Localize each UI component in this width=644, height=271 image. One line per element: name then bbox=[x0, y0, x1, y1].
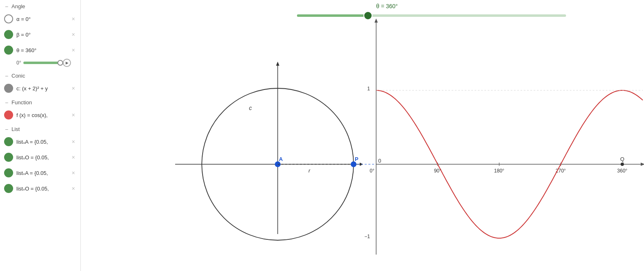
item-listvO: listᵥO = {0.05, × bbox=[0, 181, 80, 196]
close-listA-icon[interactable]: × bbox=[71, 138, 76, 145]
theta-slider-row: 0° ▶ bbox=[0, 58, 80, 69]
theta-slider-track[interactable] bbox=[23, 62, 60, 64]
section-angle-label: Angle bbox=[11, 3, 25, 9]
main-canvas[interactable]: θ = 360° c A r P bbox=[81, 0, 644, 271]
item-alpha: α = 0° × bbox=[0, 11, 80, 27]
theta-value-label: θ = 360° bbox=[376, 3, 398, 9]
item-listO: listᵤO = {0.05, × bbox=[0, 149, 80, 165]
item-beta: β = 0° × bbox=[0, 27, 80, 42]
dot-listO[interactable] bbox=[4, 153, 13, 162]
theta-play-button[interactable]: ▶ bbox=[63, 59, 71, 67]
section-list: − List bbox=[0, 123, 80, 134]
x-label-360: 360° bbox=[617, 168, 628, 174]
collapse-function-icon[interactable]: − bbox=[4, 100, 9, 105]
close-conic-c-icon[interactable]: × bbox=[71, 85, 76, 92]
graph-x-arrow bbox=[641, 163, 644, 166]
label-listA[interactable]: listᵤA = {0.05, bbox=[16, 139, 71, 145]
circle-v-arrow bbox=[276, 62, 279, 66]
dot-listvA[interactable] bbox=[4, 168, 13, 177]
label-conic-c[interactable]: c: (x + 2)² + y bbox=[16, 85, 71, 92]
label-theta[interactable]: θ = 360° bbox=[16, 47, 71, 53]
radius-label: r bbox=[308, 168, 311, 174]
close-listO-icon[interactable]: × bbox=[71, 154, 76, 161]
dot-listA[interactable] bbox=[4, 137, 13, 146]
graph-O-label: 0 bbox=[378, 158, 381, 164]
x-label-0: 0° bbox=[370, 168, 375, 174]
section-angle: − Angle bbox=[0, 0, 80, 11]
point-Q-label: Q bbox=[620, 156, 624, 162]
collapse-list-icon[interactable]: − bbox=[4, 127, 9, 132]
dot-func-f[interactable] bbox=[4, 110, 13, 119]
theta-slider-thumb[interactable] bbox=[57, 60, 63, 66]
dot-theta[interactable] bbox=[4, 46, 13, 55]
slider-min-label: 0° bbox=[16, 60, 21, 66]
collapse-conic-icon[interactable]: − bbox=[4, 73, 9, 78]
section-function: − Function bbox=[0, 96, 80, 107]
point-P-label: P bbox=[355, 156, 359, 162]
close-listvA-icon[interactable]: × bbox=[71, 170, 76, 176]
label-func-f[interactable]: f (x) = cos(x), bbox=[16, 112, 71, 118]
label-listvA[interactable]: listᵥA = {0.05, bbox=[16, 170, 71, 176]
point-A-label: A bbox=[279, 156, 283, 162]
label-listvO[interactable]: listᵥO = {0.05, bbox=[16, 186, 71, 192]
main-svg[interactable]: θ = 360° c A r P bbox=[81, 0, 644, 271]
label-alpha[interactable]: α = 0° bbox=[16, 16, 71, 22]
circle-c-label: c bbox=[249, 105, 252, 111]
label-beta[interactable]: β = 0° bbox=[16, 32, 71, 38]
x-label-180: 180° bbox=[494, 168, 505, 174]
section-conic-label: Conic bbox=[11, 73, 25, 79]
close-alpha-icon[interactable]: × bbox=[71, 16, 76, 22]
item-listA: listᵤA = {0.05, × bbox=[0, 134, 80, 149]
dot-beta[interactable] bbox=[4, 30, 13, 39]
theta-slider-fill bbox=[23, 62, 60, 64]
dot-conic-c[interactable] bbox=[4, 84, 13, 93]
sidebar: − Angle α = 0° × β = 0° × θ = 360° × 0° … bbox=[0, 0, 81, 271]
close-theta-icon[interactable]: × bbox=[71, 47, 76, 53]
collapse-angle-icon[interactable]: − bbox=[4, 4, 9, 9]
item-func-f: f (x) = cos(x), × bbox=[0, 107, 80, 123]
graph-y-arrow bbox=[375, 18, 378, 23]
top-slider-thumb[interactable] bbox=[364, 11, 372, 20]
close-func-f-icon[interactable]: × bbox=[71, 112, 76, 118]
item-listvA: listᵥA = {0.05, × bbox=[0, 165, 80, 181]
y-label-1: 1 bbox=[367, 86, 370, 92]
close-listvO-icon[interactable]: × bbox=[71, 185, 76, 192]
item-theta: θ = 360° × bbox=[0, 42, 80, 58]
dot-listvO[interactable] bbox=[4, 184, 13, 193]
item-conic-c: c: (x + 2)² + y × bbox=[0, 80, 80, 96]
dot-alpha[interactable] bbox=[4, 14, 13, 23]
point-Q[interactable] bbox=[621, 163, 624, 166]
section-function-label: Function bbox=[11, 99, 32, 106]
label-listO[interactable]: listᵤO = {0.05, bbox=[16, 154, 71, 161]
section-conic: − Conic bbox=[0, 69, 80, 80]
close-beta-icon[interactable]: × bbox=[71, 31, 76, 38]
y-label-neg1: −1 bbox=[364, 234, 370, 239]
section-list-label: List bbox=[11, 126, 20, 132]
